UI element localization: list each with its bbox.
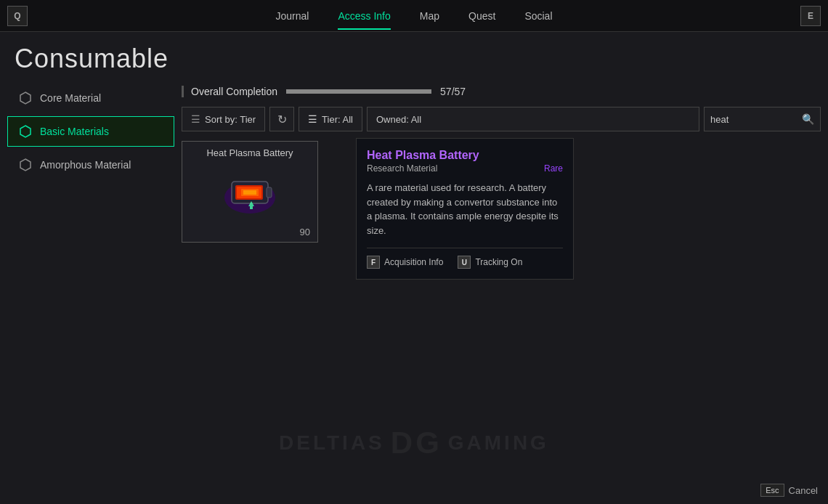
sidebar-label-amorphous: Amorphous Material (40, 159, 131, 171)
completion-count: 57/57 (440, 86, 466, 97)
completion-label: Overall Completion (182, 86, 277, 97)
svg-marker-2 (20, 159, 31, 171)
cancel-label: Cancel (789, 485, 818, 496)
tab-access[interactable]: Access Info (338, 3, 390, 29)
sidebar-item-basic[interactable]: Basic Materials (7, 116, 174, 147)
popup-title: Heat Plasma Battery (367, 149, 563, 162)
search-input[interactable] (710, 114, 797, 125)
layers-icon: ☰ (308, 113, 317, 125)
page-title: Consumable (0, 32, 828, 80)
f-key-badge: F (367, 256, 380, 269)
popup-subtitle-row: Research Material Rare (367, 163, 563, 174)
svg-rect-9 (243, 190, 256, 195)
tab-quest[interactable]: Quest (468, 3, 495, 29)
tracking-action[interactable]: U Tracking On (458, 256, 522, 269)
q-key-button[interactable]: Q (7, 6, 28, 26)
e-key-button[interactable]: E (800, 6, 821, 26)
refresh-button[interactable]: ↻ (269, 107, 294, 131)
watermark-right: GAMING (448, 431, 549, 455)
popup-type: Research Material (367, 163, 437, 174)
acquisition-info-action[interactable]: F Acquisition Info (367, 256, 443, 269)
progress-fill (286, 89, 431, 94)
sort-button[interactable]: ☰ Sort by: Tier (182, 107, 265, 131)
svg-rect-5 (267, 187, 272, 198)
watermark-dg: DG (391, 426, 442, 460)
sidebar-item-amorphous[interactable]: Amorphous Material (7, 150, 174, 180)
tab-social[interactable]: Social (524, 3, 552, 29)
tier-label: Tier: All (322, 114, 353, 125)
refresh-icon: ↻ (277, 113, 287, 126)
tracking-label: Tracking On (475, 257, 522, 267)
tier-filter-button[interactable]: ☰ Tier: All (299, 107, 362, 131)
tab-map[interactable]: Map (420, 3, 439, 29)
progress-track (286, 89, 431, 94)
top-navigation: Q Journal Access Info Map Quest Social E (0, 0, 828, 32)
item-card-name: Heat Plasma Battery (182, 147, 317, 158)
watermark: DELTIAS DG GAMING (279, 426, 549, 460)
amorphous-material-icon (18, 158, 33, 172)
sidebar-item-core[interactable]: Core Material (7, 83, 174, 113)
acquisition-label: Acquisition Info (384, 257, 443, 267)
watermark-left: DELTIAS (279, 431, 385, 455)
popup-description: A rare material used for research. A bat… (367, 181, 563, 237)
u-key-badge: U (458, 256, 471, 269)
sidebar: Core Material Basic Materials Amorphous … (7, 80, 174, 498)
esc-cancel[interactable]: Esc Cancel (760, 484, 818, 497)
search-icon: 🔍 (802, 113, 814, 125)
item-popup: Heat Plasma Battery Research Material Ra… (356, 138, 574, 280)
svg-marker-1 (20, 126, 31, 137)
sidebar-label-basic: Basic Materials (40, 126, 109, 137)
item-count: 90 (300, 227, 310, 237)
filter-row: ☰ Sort by: Tier ↻ ☰ Tier: All Owned: All… (182, 106, 821, 132)
sort-label: Sort by: Tier (205, 114, 256, 125)
svg-marker-0 (20, 92, 31, 104)
item-card-heat-plasma-battery[interactable]: Heat Plasma Battery (182, 141, 318, 243)
completion-row: Overall Completion 57/57 (182, 80, 821, 100)
popup-actions: F Acquisition Info U Tracking On (367, 248, 563, 269)
nav-tabs: Journal Access Info Map Quest Social (28, 3, 800, 29)
sidebar-label-core: Core Material (40, 92, 101, 104)
item-image (217, 166, 283, 217)
tab-journal[interactable]: Journal (275, 3, 309, 29)
core-material-icon (18, 91, 33, 105)
popup-rarity: Rare (544, 163, 563, 174)
owned-label: Owned: All (376, 114, 421, 125)
search-wrap: 🔍 (704, 107, 821, 131)
esc-key: Esc (760, 484, 784, 497)
sort-icon: ☰ (191, 113, 200, 125)
owned-filter-button[interactable]: Owned: All (367, 107, 699, 131)
basic-material-icon (18, 124, 33, 139)
